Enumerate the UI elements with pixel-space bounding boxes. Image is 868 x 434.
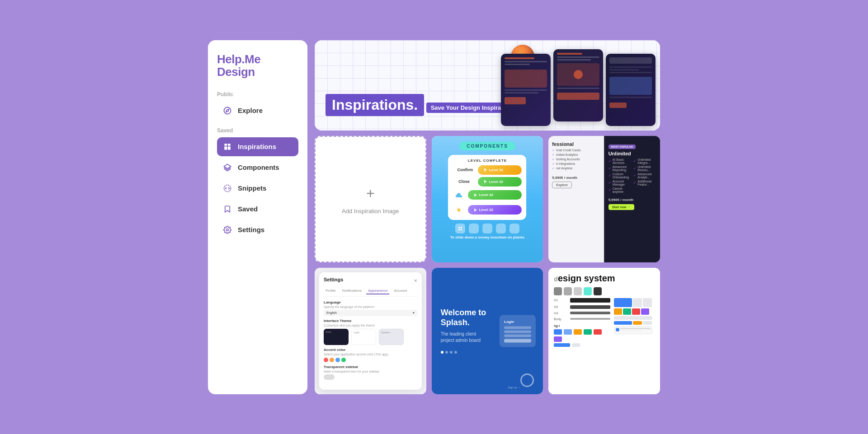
sidebar-item-explore[interactable]: Explore xyxy=(217,101,298,120)
gear-icon xyxy=(222,225,232,235)
ds-type-sample-4 xyxy=(570,318,610,320)
ds-type-sample-1 xyxy=(570,298,610,303)
ds-right-section xyxy=(614,298,655,347)
confirm-row: Confirm Level 22 xyxy=(453,165,522,175)
ds-right-row-5 xyxy=(614,326,655,334)
ds-components-row-2 xyxy=(554,343,610,347)
design-system-card: design system H1 xyxy=(548,268,660,394)
ds-gray-btn xyxy=(572,343,580,347)
feat-ai: AI Basic Services xyxy=(609,158,633,164)
settings-tabs: Profile Notifications Appearance Account xyxy=(324,288,417,297)
accent-orange[interactable] xyxy=(330,358,334,362)
feat-adv-report: Advanced Reporting xyxy=(609,165,633,172)
accent-green[interactable] xyxy=(341,358,346,362)
pricing-unlimited: Unlimited xyxy=(609,151,656,156)
ds-r-block-5 xyxy=(623,308,631,315)
ds-left-section: H1 H2 H3 Bo xyxy=(554,298,610,347)
svg-point-0 xyxy=(224,107,231,114)
splash-dots xyxy=(441,351,534,354)
feat-accounts: locking Accounts xyxy=(552,158,600,161)
ds-type-1: H1 xyxy=(554,298,610,303)
language-select[interactable]: English ▾ xyxy=(324,310,417,316)
screenshot-3 xyxy=(606,54,656,126)
feat-analytics: imited Analytics xyxy=(552,153,600,157)
ds-type-4: Body xyxy=(554,317,610,321)
sidebar-item-snippets[interactable]: Snippets xyxy=(217,179,298,198)
tab-account: Account xyxy=(392,288,409,294)
transparent-desc: Adds a transparent blur for your sidebar xyxy=(324,370,417,373)
pricing-price-dark: 5,990€ / month xyxy=(609,198,656,202)
ds-comp-blue xyxy=(554,329,562,335)
transparent-toggle[interactable] xyxy=(324,374,335,380)
settings-close-icon: ✕ xyxy=(414,278,417,283)
sidebar-item-inspirations[interactable]: Inspirations xyxy=(217,137,298,156)
add-inspiration-label: Add Inspiration Image xyxy=(342,208,399,215)
sidebar-item-settings[interactable]: Settings xyxy=(217,220,298,239)
ds-layout-row: H1 H2 H3 Bo xyxy=(554,298,655,347)
feat-onboard: Custom Onboarding xyxy=(609,173,633,179)
sidebar-item-saved[interactable]: Saved xyxy=(217,200,298,219)
language-field: Language Specify the language of the pla… xyxy=(324,300,417,316)
ds-right-row-4 xyxy=(614,321,655,325)
ds-right-row-1 xyxy=(614,298,655,307)
svg-rect-15 xyxy=(458,227,460,228)
dot-3 xyxy=(450,351,453,354)
splash-sign-up: Sign up → xyxy=(508,386,520,389)
accent-blue[interactable] xyxy=(335,358,340,362)
ds-r-avatar xyxy=(616,328,619,331)
screenshot-2 xyxy=(553,49,603,121)
svg-rect-4 xyxy=(228,146,231,150)
pricing-professional: fessional xyxy=(552,141,600,147)
nav-icons-row xyxy=(435,224,540,233)
ds-type-label-1: H1 xyxy=(554,299,567,302)
inspirations-label: Inspirations xyxy=(238,143,276,150)
nav-icon-1 xyxy=(455,224,465,233)
svg-point-7 xyxy=(226,229,229,231)
pricing-light-col: fessional imal Credit Cards imited Analy… xyxy=(548,136,604,262)
accent-field: Accent color Select your application acc… xyxy=(324,348,417,362)
saved-label-text: Saved xyxy=(238,205,258,213)
svg-rect-16 xyxy=(461,227,462,228)
level-btn-1: Level 22 xyxy=(478,165,522,175)
ds-type-3: H3 xyxy=(554,312,610,315)
nav-icon-2 xyxy=(469,224,479,233)
feat-res: Unlimited Resolu... xyxy=(633,165,656,172)
pricing-btn-light[interactable]: Explore xyxy=(552,182,572,188)
theme-desc: Customize who you apply the theme xyxy=(324,324,417,327)
ds-color-1 xyxy=(554,287,562,295)
nav-icon-3 xyxy=(482,224,492,233)
pricing-price-light: 5,990€ / month xyxy=(552,176,600,180)
splash-login-title: Login xyxy=(504,319,531,323)
theme-dark-option[interactable]: Dark xyxy=(324,329,349,345)
components-game-card: COMPONENTS LEVEL COMPLETE Confirm Level … xyxy=(432,136,543,262)
feat-cards: imal Credit Cards xyxy=(552,149,600,152)
sidebar-item-components[interactable]: Components xyxy=(217,158,298,177)
svg-rect-18 xyxy=(461,229,462,230)
design-system-title: design system xyxy=(554,273,655,284)
ds-wide-blue xyxy=(554,343,570,347)
app-container: Help.Me Design Public Explore Saved xyxy=(208,40,660,394)
theme-light-option[interactable]: Light xyxy=(351,329,376,345)
most-popular-badge: MOST POPULAR xyxy=(609,145,636,149)
close-row: Close Level 22 xyxy=(453,177,522,187)
sun-icon xyxy=(453,204,465,216)
feat-cancel: nel Anytime xyxy=(552,167,600,170)
add-inspiration-card[interactable]: + Add Inspiration Image xyxy=(315,136,426,262)
language-desc: Specify the language of the platform xyxy=(324,305,417,308)
splash-login-btn[interactable] xyxy=(504,339,531,342)
ds-type-label-4: Body xyxy=(554,317,567,321)
snippets-label: Snippets xyxy=(238,184,266,192)
accent-red[interactable] xyxy=(324,358,328,362)
pricing-btn-dark[interactable]: Start now → xyxy=(609,204,634,210)
ds-r-wide xyxy=(614,316,652,320)
layers-icon xyxy=(222,163,232,173)
theme-system-option[interactable]: System xyxy=(379,329,404,345)
main-content: Inspirations. Save Your Design Inspirati… xyxy=(315,40,660,394)
svg-line-11 xyxy=(457,208,458,208)
ds-color-2 xyxy=(564,287,572,295)
ds-comp-blue-2 xyxy=(564,329,572,335)
svg-rect-1 xyxy=(224,144,227,146)
ds-type-label-3: H3 xyxy=(554,312,567,315)
dot-2 xyxy=(445,351,448,354)
splash-input-1 xyxy=(504,326,531,329)
